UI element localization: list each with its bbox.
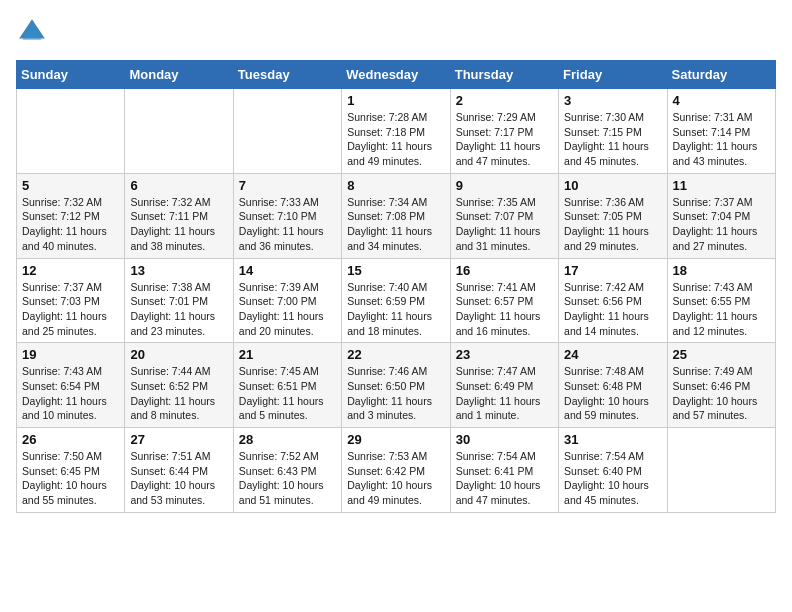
- header-day: Wednesday: [342, 61, 450, 89]
- day-info: Sunrise: 7:49 AM Sunset: 6:46 PM Dayligh…: [673, 364, 770, 423]
- day-number: 22: [347, 347, 444, 362]
- day-number: 21: [239, 347, 336, 362]
- day-info: Sunrise: 7:33 AM Sunset: 7:10 PM Dayligh…: [239, 195, 336, 254]
- day-info: Sunrise: 7:40 AM Sunset: 6:59 PM Dayligh…: [347, 280, 444, 339]
- day-info: Sunrise: 7:43 AM Sunset: 6:54 PM Dayligh…: [22, 364, 119, 423]
- header-day: Friday: [559, 61, 667, 89]
- header-row: SundayMondayTuesdayWednesdayThursdayFrid…: [17, 61, 776, 89]
- day-info: Sunrise: 7:41 AM Sunset: 6:57 PM Dayligh…: [456, 280, 553, 339]
- day-info: Sunrise: 7:47 AM Sunset: 6:49 PM Dayligh…: [456, 364, 553, 423]
- calendar-cell: 26Sunrise: 7:50 AM Sunset: 6:45 PM Dayli…: [17, 428, 125, 513]
- day-info: Sunrise: 7:38 AM Sunset: 7:01 PM Dayligh…: [130, 280, 227, 339]
- day-number: 5: [22, 178, 119, 193]
- calendar-week: 26Sunrise: 7:50 AM Sunset: 6:45 PM Dayli…: [17, 428, 776, 513]
- calendar-week: 5Sunrise: 7:32 AM Sunset: 7:12 PM Daylig…: [17, 173, 776, 258]
- day-info: Sunrise: 7:48 AM Sunset: 6:48 PM Dayligh…: [564, 364, 661, 423]
- calendar-cell: [233, 89, 341, 174]
- calendar-header: SundayMondayTuesdayWednesdayThursdayFrid…: [17, 61, 776, 89]
- logo: [16, 16, 52, 48]
- day-number: 11: [673, 178, 770, 193]
- day-info: Sunrise: 7:36 AM Sunset: 7:05 PM Dayligh…: [564, 195, 661, 254]
- header-day: Thursday: [450, 61, 558, 89]
- calendar-cell: 9Sunrise: 7:35 AM Sunset: 7:07 PM Daylig…: [450, 173, 558, 258]
- calendar-cell: 14Sunrise: 7:39 AM Sunset: 7:00 PM Dayli…: [233, 258, 341, 343]
- day-info: Sunrise: 7:44 AM Sunset: 6:52 PM Dayligh…: [130, 364, 227, 423]
- day-number: 28: [239, 432, 336, 447]
- calendar-cell: 28Sunrise: 7:52 AM Sunset: 6:43 PM Dayli…: [233, 428, 341, 513]
- day-info: Sunrise: 7:32 AM Sunset: 7:11 PM Dayligh…: [130, 195, 227, 254]
- day-info: Sunrise: 7:29 AM Sunset: 7:17 PM Dayligh…: [456, 110, 553, 169]
- header-day: Sunday: [17, 61, 125, 89]
- calendar-cell: 13Sunrise: 7:38 AM Sunset: 7:01 PM Dayli…: [125, 258, 233, 343]
- calendar-cell: 31Sunrise: 7:54 AM Sunset: 6:40 PM Dayli…: [559, 428, 667, 513]
- calendar-cell: 23Sunrise: 7:47 AM Sunset: 6:49 PM Dayli…: [450, 343, 558, 428]
- day-number: 15: [347, 263, 444, 278]
- calendar-cell: 11Sunrise: 7:37 AM Sunset: 7:04 PM Dayli…: [667, 173, 775, 258]
- day-info: Sunrise: 7:31 AM Sunset: 7:14 PM Dayligh…: [673, 110, 770, 169]
- day-info: Sunrise: 7:34 AM Sunset: 7:08 PM Dayligh…: [347, 195, 444, 254]
- day-number: 17: [564, 263, 661, 278]
- calendar-cell: 19Sunrise: 7:43 AM Sunset: 6:54 PM Dayli…: [17, 343, 125, 428]
- calendar-cell: 4Sunrise: 7:31 AM Sunset: 7:14 PM Daylig…: [667, 89, 775, 174]
- day-number: 26: [22, 432, 119, 447]
- calendar-cell: 10Sunrise: 7:36 AM Sunset: 7:05 PM Dayli…: [559, 173, 667, 258]
- day-info: Sunrise: 7:43 AM Sunset: 6:55 PM Dayligh…: [673, 280, 770, 339]
- calendar-cell: 25Sunrise: 7:49 AM Sunset: 6:46 PM Dayli…: [667, 343, 775, 428]
- header-day: Tuesday: [233, 61, 341, 89]
- page-header: [16, 16, 776, 48]
- header-day: Monday: [125, 61, 233, 89]
- calendar-cell: [17, 89, 125, 174]
- day-number: 6: [130, 178, 227, 193]
- calendar-cell: 29Sunrise: 7:53 AM Sunset: 6:42 PM Dayli…: [342, 428, 450, 513]
- day-number: 19: [22, 347, 119, 362]
- day-info: Sunrise: 7:52 AM Sunset: 6:43 PM Dayligh…: [239, 449, 336, 508]
- day-info: Sunrise: 7:53 AM Sunset: 6:42 PM Dayligh…: [347, 449, 444, 508]
- day-number: 30: [456, 432, 553, 447]
- day-number: 14: [239, 263, 336, 278]
- day-info: Sunrise: 7:28 AM Sunset: 7:18 PM Dayligh…: [347, 110, 444, 169]
- day-number: 29: [347, 432, 444, 447]
- day-number: 20: [130, 347, 227, 362]
- day-number: 18: [673, 263, 770, 278]
- calendar-cell: 20Sunrise: 7:44 AM Sunset: 6:52 PM Dayli…: [125, 343, 233, 428]
- calendar-cell: 21Sunrise: 7:45 AM Sunset: 6:51 PM Dayli…: [233, 343, 341, 428]
- calendar-cell: 1Sunrise: 7:28 AM Sunset: 7:18 PM Daylig…: [342, 89, 450, 174]
- day-info: Sunrise: 7:45 AM Sunset: 6:51 PM Dayligh…: [239, 364, 336, 423]
- day-number: 23: [456, 347, 553, 362]
- day-info: Sunrise: 7:30 AM Sunset: 7:15 PM Dayligh…: [564, 110, 661, 169]
- calendar-cell: [667, 428, 775, 513]
- calendar-cell: 18Sunrise: 7:43 AM Sunset: 6:55 PM Dayli…: [667, 258, 775, 343]
- calendar-table: SundayMondayTuesdayWednesdayThursdayFrid…: [16, 60, 776, 513]
- day-number: 13: [130, 263, 227, 278]
- day-number: 3: [564, 93, 661, 108]
- day-number: 25: [673, 347, 770, 362]
- day-number: 8: [347, 178, 444, 193]
- calendar-cell: [125, 89, 233, 174]
- calendar-cell: 16Sunrise: 7:41 AM Sunset: 6:57 PM Dayli…: [450, 258, 558, 343]
- calendar-cell: 22Sunrise: 7:46 AM Sunset: 6:50 PM Dayli…: [342, 343, 450, 428]
- day-info: Sunrise: 7:37 AM Sunset: 7:04 PM Dayligh…: [673, 195, 770, 254]
- calendar-cell: 12Sunrise: 7:37 AM Sunset: 7:03 PM Dayli…: [17, 258, 125, 343]
- day-info: Sunrise: 7:37 AM Sunset: 7:03 PM Dayligh…: [22, 280, 119, 339]
- calendar-week: 19Sunrise: 7:43 AM Sunset: 6:54 PM Dayli…: [17, 343, 776, 428]
- day-number: 4: [673, 93, 770, 108]
- logo-icon: [16, 16, 48, 48]
- day-info: Sunrise: 7:42 AM Sunset: 6:56 PM Dayligh…: [564, 280, 661, 339]
- calendar-cell: 8Sunrise: 7:34 AM Sunset: 7:08 PM Daylig…: [342, 173, 450, 258]
- day-info: Sunrise: 7:51 AM Sunset: 6:44 PM Dayligh…: [130, 449, 227, 508]
- calendar-cell: 17Sunrise: 7:42 AM Sunset: 6:56 PM Dayli…: [559, 258, 667, 343]
- day-number: 24: [564, 347, 661, 362]
- calendar-cell: 3Sunrise: 7:30 AM Sunset: 7:15 PM Daylig…: [559, 89, 667, 174]
- day-info: Sunrise: 7:50 AM Sunset: 6:45 PM Dayligh…: [22, 449, 119, 508]
- calendar-cell: 7Sunrise: 7:33 AM Sunset: 7:10 PM Daylig…: [233, 173, 341, 258]
- calendar-cell: 30Sunrise: 7:54 AM Sunset: 6:41 PM Dayli…: [450, 428, 558, 513]
- day-number: 7: [239, 178, 336, 193]
- day-info: Sunrise: 7:54 AM Sunset: 6:40 PM Dayligh…: [564, 449, 661, 508]
- header-day: Saturday: [667, 61, 775, 89]
- calendar-cell: 24Sunrise: 7:48 AM Sunset: 6:48 PM Dayli…: [559, 343, 667, 428]
- day-number: 31: [564, 432, 661, 447]
- calendar-body: 1Sunrise: 7:28 AM Sunset: 7:18 PM Daylig…: [17, 89, 776, 513]
- calendar-cell: 15Sunrise: 7:40 AM Sunset: 6:59 PM Dayli…: [342, 258, 450, 343]
- day-info: Sunrise: 7:32 AM Sunset: 7:12 PM Dayligh…: [22, 195, 119, 254]
- calendar-cell: 6Sunrise: 7:32 AM Sunset: 7:11 PM Daylig…: [125, 173, 233, 258]
